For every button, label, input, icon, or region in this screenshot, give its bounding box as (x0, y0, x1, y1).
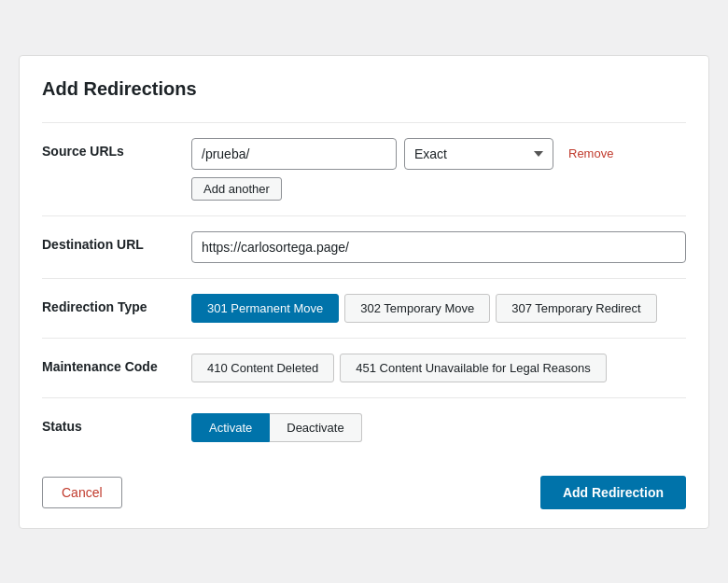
source-url-entry: Exact Regex Contains Remove (191, 138, 686, 170)
maintenance-btn-451[interactable]: 451 Content Unavailable for Legal Reason… (340, 354, 607, 382)
maintenance-code-control: 410 Content Deleted 451 Content Unavaila… (191, 354, 686, 382)
destination-url-label: Destination URL (42, 231, 191, 252)
status-label: Status (42, 413, 191, 434)
redirection-type-row: Redirection Type 301 Permanent Move 302 … (42, 278, 686, 338)
status-row: Status Activate Deactivate (42, 397, 686, 457)
deactivate-button[interactable]: Deactivate (270, 413, 361, 442)
redirection-type-control: 301 Permanent Move 302 Temporary Move 30… (191, 294, 686, 323)
cancel-button[interactable]: Cancel (42, 477, 122, 508)
add-redirections-form: Add Redirections Source URLs Exact Regex… (19, 55, 709, 529)
match-type-select[interactable]: Exact Regex Contains (404, 138, 553, 170)
redirect-btn-301[interactable]: 301 Permanent Move (191, 294, 339, 323)
destination-url-control (191, 231, 686, 263)
redirect-btn-302[interactable]: 302 Temporary Move (344, 294, 490, 323)
status-control: Activate Deactivate (191, 413, 686, 442)
activate-button[interactable]: Activate (191, 413, 270, 442)
maintenance-code-group: 410 Content Deleted 451 Content Unavaila… (191, 354, 686, 382)
maintenance-btn-410[interactable]: 410 Content Deleted (191, 354, 334, 382)
add-redirection-button[interactable]: Add Redirection (540, 476, 686, 509)
destination-url-row: Destination URL (42, 215, 686, 278)
source-urls-row: Source URLs Exact Regex Contains Remove … (42, 122, 686, 215)
add-another-wrapper: Add another (191, 177, 686, 201)
source-urls-label: Source URLs (42, 138, 191, 159)
status-group: Activate Deactivate (191, 413, 686, 442)
redirection-type-label: Redirection Type (42, 294, 191, 314)
redirect-btn-307[interactable]: 307 Temporary Redirect (496, 294, 657, 323)
maintenance-code-row: Maintenance Code 410 Content Deleted 451… (42, 338, 686, 397)
source-url-input[interactable] (191, 138, 397, 170)
redirection-type-group: 301 Permanent Move 302 Temporary Move 30… (191, 294, 686, 323)
page-title: Add Redirections (42, 78, 686, 100)
remove-link[interactable]: Remove (568, 146, 613, 160)
footer-row: Cancel Add Redirection (42, 476, 686, 509)
destination-url-input[interactable] (191, 231, 686, 263)
add-another-button[interactable]: Add another (191, 177, 282, 201)
maintenance-code-label: Maintenance Code (42, 354, 191, 374)
source-urls-control: Exact Regex Contains Remove Add another (191, 138, 686, 201)
